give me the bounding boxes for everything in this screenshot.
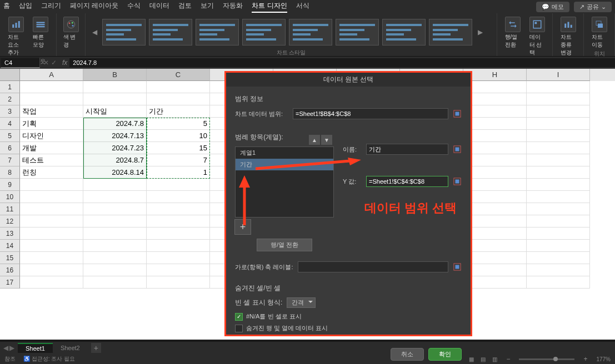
row-header[interactable]: 9 <box>0 179 20 191</box>
hidden-checkbox[interactable] <box>235 325 243 332</box>
chart-style-3[interactable] <box>196 19 239 46</box>
fx-icon[interactable]: fx <box>60 59 69 67</box>
row-header[interactable]: 12 <box>0 215 20 228</box>
row-header[interactable]: 15 <box>0 252 20 264</box>
row-header[interactable]: 3 <box>0 105 20 118</box>
row-header[interactable]: 16 <box>0 264 20 276</box>
series-listbox[interactable]: ▲ ▼ 계열1 기간 + <box>235 146 334 218</box>
change-colors-button[interactable]: 색 변경 <box>60 16 82 50</box>
series-item-2[interactable]: 기간 <box>236 159 333 170</box>
cell-a6[interactable]: 개발 <box>20 142 83 154</box>
menu-data[interactable]: 데이터 <box>149 1 169 13</box>
cell-b7[interactable]: 2024.8.7 <box>83 154 147 166</box>
zoom-in-button[interactable]: + <box>581 355 589 363</box>
y-range-picker-icon[interactable] <box>453 177 462 186</box>
col-header-c[interactable]: C <box>147 69 210 81</box>
row-header[interactable]: 13 <box>0 228 20 240</box>
cell-a4[interactable]: 기획 <box>20 118 83 130</box>
row-header[interactable]: 11 <box>0 203 20 215</box>
empty-cell-dropdown[interactable]: 간격 <box>287 297 316 308</box>
select-data-button[interactable]: 데이터 선택 <box>526 16 548 58</box>
select-all-corner[interactable] <box>0 69 20 81</box>
cell-a5[interactable]: 디자인 <box>20 130 83 142</box>
na-checkbox[interactable]: ✓ <box>235 313 243 321</box>
range-picker-icon[interactable] <box>453 109 462 118</box>
cell-a3[interactable]: 작업 <box>20 105 83 118</box>
cell-b8[interactable]: 2024.8.14 <box>83 166 147 179</box>
row-header[interactable]: 10 <box>0 191 20 203</box>
cell-c3[interactable]: 기간 <box>147 105 210 118</box>
row-header[interactable]: 4 <box>0 118 20 130</box>
sheet-nav-last[interactable]: ▶ <box>9 344 14 352</box>
cell-b6[interactable]: 2024.7.23 <box>83 142 147 154</box>
quick-layout-button[interactable]: 빠른 모양 <box>29 16 52 58</box>
row-header[interactable]: 14 <box>0 240 20 252</box>
move-chart-button[interactable]: 차트 이동 <box>588 16 611 50</box>
cell-b3[interactable]: 시작일 <box>83 105 147 118</box>
cell-c8[interactable]: 1 <box>147 166 210 179</box>
view-break-icon[interactable]: ▥ <box>492 356 497 362</box>
confirm-formula-icon[interactable]: ✓ <box>51 59 57 67</box>
chart-range-input[interactable] <box>293 108 448 119</box>
cell-c4[interactable]: 5 <box>147 118 210 130</box>
row-header[interactable]: 6 <box>0 142 20 154</box>
chart-style-1[interactable] <box>102 19 146 46</box>
menu-chart-design[interactable]: 차트 디자인 <box>252 1 287 13</box>
zoom-out-button[interactable]: − <box>504 355 512 363</box>
row-header[interactable]: 2 <box>0 93 20 105</box>
menu-insert[interactable]: 삽입 <box>19 1 32 13</box>
col-header-b[interactable]: B <box>83 69 147 81</box>
menu-home[interactable]: 홈 <box>3 1 10 13</box>
sheet-tab-1[interactable]: Sheet1 <box>18 343 53 353</box>
status-accessibility[interactable]: ♿ 접근성: 조사 필요 <box>23 355 75 363</box>
swap-row-col-button[interactable]: 행/열 전환 <box>257 239 312 251</box>
row-header[interactable]: 17 <box>0 276 20 289</box>
y-values-input[interactable] <box>366 176 448 187</box>
row-header[interactable]: 5 <box>0 130 20 142</box>
add-sheet-button[interactable]: + <box>91 343 101 353</box>
col-header-h[interactable]: H <box>463 69 527 81</box>
chart-style-next[interactable]: ▶ <box>476 28 484 36</box>
menu-format[interactable]: 서식 <box>296 1 309 13</box>
menu-automate[interactable]: 자동화 <box>223 1 243 13</box>
col-header-i[interactable]: I <box>527 69 590 81</box>
cell-a7[interactable]: 테스트 <box>20 154 83 166</box>
ok-button[interactable]: 확인 <box>428 348 462 361</box>
col-header-a[interactable]: A <box>20 69 83 81</box>
chart-style-8[interactable] <box>429 19 472 46</box>
axis-range-picker-icon[interactable] <box>453 262 462 271</box>
sheet-tab-2[interactable]: Sheet2 <box>53 343 88 352</box>
chart-style-4[interactable] <box>242 19 286 46</box>
menu-view[interactable]: 보기 <box>201 1 214 13</box>
series-name-input[interactable] <box>366 144 448 155</box>
change-chart-type-button[interactable]: 차트 종류 변경 <box>557 16 579 58</box>
chart-style-6[interactable] <box>336 19 379 46</box>
series-down-button[interactable]: ▼ <box>321 135 332 145</box>
menu-formulas[interactable]: 수식 <box>127 1 141 13</box>
cell-c7[interactable]: 7 <box>147 154 210 166</box>
cancel-formula-icon[interactable]: ✕ <box>43 59 49 67</box>
sheet-nav-first[interactable]: ◀ <box>3 344 8 352</box>
view-page-icon[interactable]: ▤ <box>481 356 486 362</box>
add-chart-element-button[interactable]: 차트 요소 추가 <box>4 16 27 58</box>
menu-draw[interactable]: 그리기 <box>41 1 61 13</box>
switch-row-col-button[interactable]: 행/열 전환 <box>502 16 524 58</box>
cell-b4[interactable]: 2024.7.8 <box>83 118 147 130</box>
chart-style-2[interactable] <box>149 19 192 46</box>
row-header[interactable]: 1 <box>0 81 20 93</box>
comments-button[interactable]: 💬 메모 <box>536 2 569 12</box>
menu-page-layout[interactable]: 페이지 레이아웃 <box>70 1 118 13</box>
row-header[interactable]: 7 <box>0 154 20 166</box>
chart-style-7[interactable] <box>382 19 426 46</box>
add-series-button[interactable]: + <box>234 219 251 235</box>
cancel-button[interactable]: 취소 <box>391 348 424 361</box>
chart-style-prev[interactable]: ◀ <box>90 28 99 36</box>
name-range-picker-icon[interactable] <box>453 145 462 154</box>
cell-a8[interactable]: 런칭 <box>20 166 83 179</box>
chart-style-5[interactable] <box>289 19 332 46</box>
cell-c5[interactable]: 10 <box>147 130 210 142</box>
formula-input[interactable] <box>69 58 615 67</box>
series-up-button[interactable]: ▲ <box>309 135 320 145</box>
cell-b5[interactable]: 2024.7.13 <box>83 130 147 142</box>
name-box[interactable] <box>0 57 40 68</box>
